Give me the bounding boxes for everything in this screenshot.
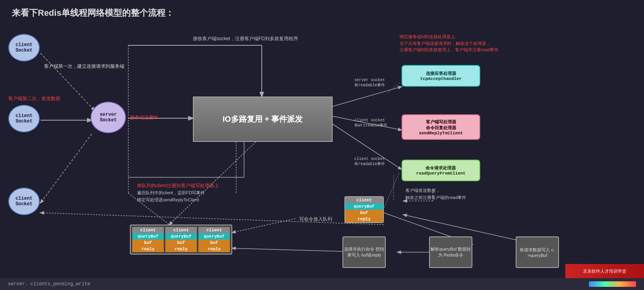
client-send-label: 客户端发送数据， 触发之前注册客户端的read事件 <box>405 187 466 201</box>
client-socket-1-label: clientSocket <box>15 42 32 53</box>
queue-item-2-header: client <box>165 227 197 233</box>
bottom-banner: 京东软件人才培训学堂 <box>565 264 644 278</box>
bottom-label: server. clients_pending_write <box>8 281 90 287</box>
handler-connect-label: 连接应答处理器tcpAccepthandler <box>420 71 462 81</box>
client-socket-readable-label: client socket 有readable事件 <box>354 157 385 167</box>
svg-line-6 <box>333 87 402 106</box>
handler-write-label: 客户端写处理器命令回复处理器sendReplyToClient <box>419 119 463 136</box>
page-title: 来看下Redis单线程网络模型的整个流程： <box>12 7 174 19</box>
client-buf-row: buf <box>345 210 383 216</box>
queue-item-1-querybuf: queryBuf <box>132 233 164 240</box>
queue-item-1-header: client <box>132 227 164 233</box>
right-annotation-3: 注册客户端fd到多路复用上，客户端并注册read事件 <box>400 46 498 53</box>
color-bar <box>589 281 636 287</box>
queue-item-3: client queryBuf buf reply <box>198 227 230 252</box>
bottom-banner-text: 京东软件人才培训学堂 <box>583 268 626 274</box>
queue-item-1: client queryBuf buf reply <box>132 227 164 252</box>
queue-desc1: 遍历队列中的client，监听FD写事件 <box>137 190 219 197</box>
right-annotation-1: 绑定服务端fd到连接处理器上。 <box>400 33 498 40</box>
svg-line-20 <box>388 83 400 93</box>
queue-annotation: 将队列的client注册到客户端写处理器上 遍历队列中的client，监听FD写… <box>137 182 219 203</box>
svg-line-2 <box>41 134 92 203</box>
queue-item-1-buf: buf <box>132 240 164 246</box>
handler-read-label: 命令请求处理器readQueryFromClient <box>416 165 465 176</box>
client-reply-row: reply <box>345 216 383 222</box>
parse-querybuf-box: 解析queryBuf 数据转为 Redis命令 <box>429 236 472 268</box>
queue-item-3-header: client <box>198 227 230 233</box>
main-canvas: 来看下Redis单线程网络模型的整个流程： <box>0 0 644 290</box>
io-box: IO多路复用 + 事件派发 <box>193 97 333 142</box>
client-first-label: 客户端第一次，建立连接请求到服务端 <box>44 63 124 70</box>
svg-line-11 <box>232 219 295 232</box>
server-register-label: 服务端注册fd <box>130 114 157 121</box>
queue-group: client queryBuf buf reply client queryBu… <box>130 225 232 255</box>
server-socket-label: serverSocket <box>100 112 117 123</box>
client-send-2: 触发之前注册客户端的read事件 <box>405 194 466 201</box>
queue-item-2-reply: reply <box>165 246 197 252</box>
queue-item-3-querybuf: queryBuf <box>198 233 230 240</box>
client-socket-2: clientSocket <box>8 105 40 132</box>
queue-item-1-reply: reply <box>132 246 164 252</box>
client-socket-1: clientSocket <box>8 34 40 61</box>
svg-line-26 <box>41 213 384 225</box>
handler-read: 命令请求处理器readQueryFromClient <box>402 160 480 181</box>
write-queue-label: 写命令放入队列 <box>299 216 332 223</box>
client-socket-3: clientSocket <box>8 188 40 215</box>
client-socket-2-label: clientSocket <box>15 113 32 124</box>
select-exec-box: 选择并执行命令 把结果写入 buf或reply <box>342 236 386 268</box>
queue-item-3-buf: buf <box>198 240 230 246</box>
right-annotation-2: 当下次有客户端连接请求时，触发这个处理器， <box>400 40 498 47</box>
queue-item-3-reply: reply <box>198 246 230 252</box>
bottom-bar: server. clients_pending_write <box>0 278 644 290</box>
client-second-label: 客户端第二次，发送数据 <box>8 95 60 102</box>
io-box-label: IO多路复用 + 事件派发 <box>223 114 303 125</box>
right-annotation: 绑定服务端fd到连接处理器上。 当下次有客户端连接请求时，触发这个处理器， 注册… <box>400 33 498 53</box>
client-data-header: client <box>345 197 383 203</box>
client-send-1: 客户端发送数据， <box>405 187 466 194</box>
client-data-box: client queryBuf buf reply <box>344 196 384 223</box>
write-request-box: 将请求数据写入 c->queryBuf <box>516 236 559 268</box>
top-center-label: 接收客户端socket，注册客户端FD到多路复用程序 <box>193 35 298 42</box>
queue-red-label: 将队列的client注册到客户端写处理器上 <box>137 182 219 190</box>
client-socket-writeable-label: client socket 有writeable事件 <box>354 118 387 128</box>
queue-item-2: client queryBuf buf reply <box>165 227 197 252</box>
svg-line-18 <box>384 173 399 209</box>
client-querybuf-row: queryBuf <box>345 203 383 210</box>
client-socket-3-label: clientSocket <box>15 196 32 207</box>
server-socket-event-label: server socket 有readable事件 <box>354 78 385 88</box>
queue-desc2: 绑定写处理器sendReplyToClient <box>137 197 219 204</box>
handler-connect: 连接应答处理器tcpAccepthandler <box>402 65 480 87</box>
queue-item-2-querybuf: queryBuf <box>165 233 197 240</box>
server-socket: serverSocket <box>91 102 126 133</box>
handler-write: 客户端写处理器命令回复处理器sendReplyToClient <box>402 114 480 140</box>
queue-item-2-buf: buf <box>165 240 197 246</box>
